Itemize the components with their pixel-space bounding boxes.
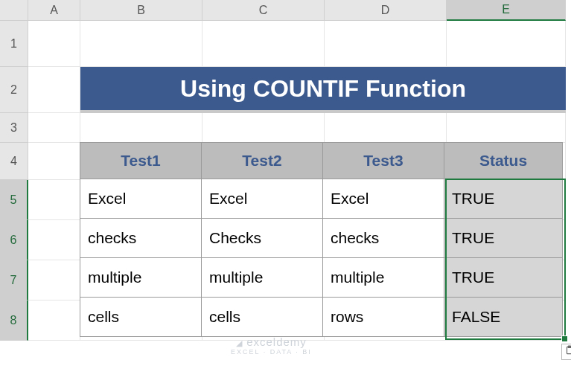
header-label: Test1 (121, 152, 160, 170)
cell-d8[interactable]: rows (322, 297, 444, 337)
cell-value: cells (88, 308, 119, 326)
cell-value: TRUE (452, 229, 494, 247)
cell-value: TRUE (452, 269, 494, 286)
col-header-A[interactable]: A (28, 0, 80, 21)
header-label: Test3 (363, 152, 403, 170)
data-table: Test1 Test2 Test3 Status Excel Excel Exc… (80, 143, 566, 337)
header-label: Status (479, 152, 527, 170)
table-row: checks Checks checks TRUE (80, 219, 566, 258)
cell-e7[interactable]: TRUE (444, 257, 563, 298)
cell-value: multiple (331, 269, 384, 286)
column-header-row: A B C D E (0, 0, 566, 21)
header-test3[interactable]: Test3 (322, 142, 444, 179)
spreadsheet: A B C D E 1 2 3 4 5 6 7 8 Using COUNTIF … (0, 0, 571, 392)
cell-value: multiple (88, 269, 141, 286)
cell-d7[interactable]: multiple (322, 257, 444, 298)
header-test1[interactable]: Test1 (80, 142, 202, 179)
cell-d6[interactable]: checks (322, 218, 444, 258)
cell-value: Excel (331, 190, 369, 208)
row-header-8[interactable]: 8 (0, 301, 28, 341)
cell-value: checks (88, 229, 136, 247)
header-test2[interactable]: Test2 (201, 142, 323, 179)
col-header-B[interactable]: B (80, 0, 202, 21)
cell-value: rows (331, 308, 363, 326)
cell-d5[interactable]: Excel (322, 179, 444, 219)
cell-value: Excel (209, 190, 247, 208)
cell-value: checks (331, 229, 379, 247)
cell-c5[interactable]: Excel (201, 179, 323, 219)
cell-c7[interactable]: multiple (201, 257, 323, 298)
cell-b5[interactable]: Excel (80, 179, 202, 219)
table-row: multiple multiple multiple TRUE (80, 258, 566, 298)
table-row: Excel Excel Excel TRUE (80, 179, 566, 219)
title-text: Using COUNTIF Function (180, 75, 466, 103)
col-header-C[interactable]: C (202, 0, 325, 21)
cell-e5[interactable]: TRUE (444, 179, 563, 219)
table-header-row: Test1 Test2 Test3 Status (80, 143, 566, 179)
col-header-E[interactable]: E (447, 0, 566, 21)
row-header-4[interactable]: 4 (0, 143, 28, 180)
header-label: Test2 (242, 152, 281, 170)
cell-value: cells (209, 308, 240, 326)
cell-b7[interactable]: multiple (80, 257, 202, 298)
clipboard-icon (564, 345, 571, 359)
cell-c8[interactable]: cells (201, 297, 323, 337)
row-header-1[interactable]: 1 (0, 21, 28, 67)
row-header-2[interactable]: 2 (0, 67, 28, 113)
cell-b8[interactable]: cells (80, 297, 202, 337)
cell-c6[interactable]: Checks (201, 218, 323, 258)
table-row: cells cells rows FALSE (80, 298, 566, 337)
cell-value: multiple (209, 269, 263, 286)
cell-value: FALSE (452, 308, 500, 326)
row-header-7[interactable]: 7 (0, 260, 28, 301)
header-status[interactable]: Status (444, 142, 563, 179)
title-cell[interactable]: Using COUNTIF Function (80, 67, 566, 113)
cell-value: Excel (88, 190, 126, 208)
cell-value: Checks (209, 229, 261, 247)
svg-rect-1 (568, 346, 571, 347)
row-header-3[interactable]: 3 (0, 113, 28, 143)
watermark-sub: EXCEL · DATA · BI (231, 349, 312, 356)
row-header-5[interactable]: 5 (0, 180, 28, 220)
select-all-corner[interactable] (0, 0, 28, 21)
col-header-D[interactable]: D (325, 0, 447, 21)
cell-e8[interactable]: FALSE (444, 297, 563, 337)
row-header-col: 1 2 3 4 5 6 7 8 (0, 21, 28, 341)
autofill-options-button[interactable] (561, 344, 571, 360)
cell-e6[interactable]: TRUE (444, 218, 563, 258)
cell-value: TRUE (452, 190, 494, 208)
cell-b6[interactable]: checks (80, 218, 202, 258)
row-header-6[interactable]: 6 (0, 220, 28, 260)
